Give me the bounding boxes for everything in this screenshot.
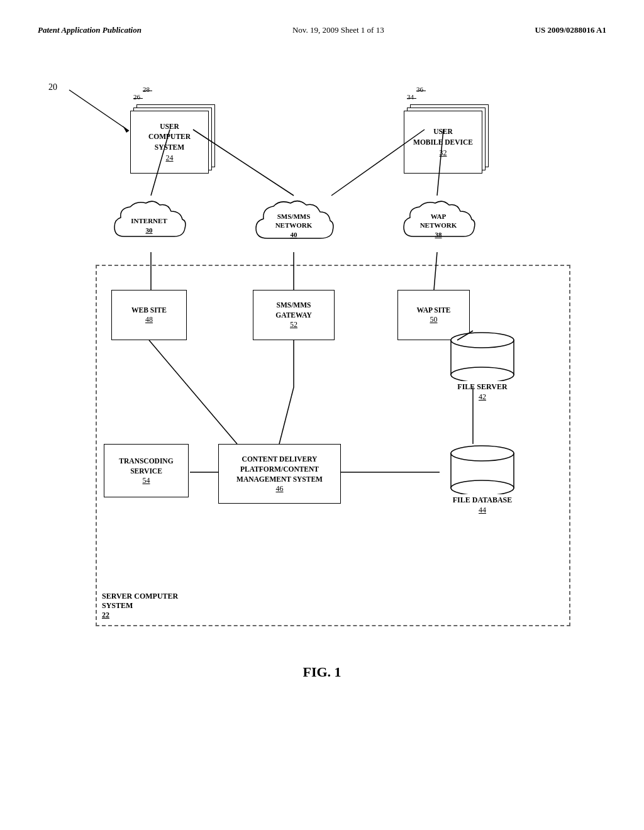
label-28: 28 <box>143 86 150 93</box>
web-site-label: WEB SITE <box>131 305 167 315</box>
web-site-box: WEB SITE 48 <box>111 290 187 340</box>
transcoding-service-box: TRANSCODINGSERVICE 54 <box>104 444 189 497</box>
sms-mms-gateway-box: SMS/MMSGATEWAY 52 <box>253 290 335 340</box>
header: Patent Application Publication Nov. 19, … <box>38 25 606 35</box>
svg-point-3 <box>451 333 514 348</box>
sms-mms-network-cloud: SMS/MMSNETWORK40 <box>250 196 338 252</box>
svg-point-6 <box>451 446 514 461</box>
content-delivery-box: CONTENT DELIVERYPLATFORM/CONTENTMANAGEME… <box>218 444 341 504</box>
header-left: Patent Application Publication <box>38 25 142 35</box>
fig-caption: FIG. 1 <box>38 664 606 680</box>
transcoding-service-label: TRANSCODINGSERVICE <box>119 456 173 476</box>
svg-point-7 <box>451 480 514 494</box>
wap-network-label: WAPNETWORK38 <box>420 212 457 239</box>
diagram-area: 20 USERCOMPUTER SYSTEM 24 26 28 <box>48 54 596 651</box>
user-mobile-num: 32 <box>440 148 447 158</box>
arrow-20-svg <box>60 87 135 137</box>
label-34: 34 <box>407 93 414 101</box>
file-server-label: FILE SERVER42 <box>438 382 526 402</box>
user-computer-num: 24 <box>166 153 174 163</box>
file-database-label: FILE DATABASE44 <box>438 495 526 515</box>
sms-mms-gateway-num: 52 <box>290 320 297 330</box>
svg-point-4 <box>451 367 514 381</box>
user-mobile-label: USERMOBILE DEVICE <box>413 126 473 147</box>
internet-label: INTERNET30 <box>131 216 167 235</box>
header-right: US 2009/0288016 A1 <box>535 25 606 35</box>
label-20: 20 <box>48 82 57 92</box>
user-computer-system-box: USERCOMPUTER SYSTEM 24 <box>130 111 209 174</box>
user-mobile-box: USERMOBILE DEVICE 32 <box>404 111 482 174</box>
web-site-num: 48 <box>145 315 153 325</box>
svg-marker-1 <box>123 126 129 133</box>
header-center: Nov. 19, 2009 Sheet 1 of 13 <box>292 25 384 35</box>
page: Patent Application Publication Nov. 19, … <box>0 0 644 830</box>
sms-mms-network-label: SMS/MMSNETWORK40 <box>275 212 313 239</box>
svg-line-0 <box>69 90 129 131</box>
content-delivery-num: 46 <box>276 484 284 494</box>
user-computer-label: USERCOMPUTER SYSTEM <box>134 121 205 152</box>
wap-site-num: 50 <box>430 315 438 325</box>
file-database-cylinder: FILE DATABASE44 <box>438 444 526 515</box>
content-delivery-label: CONTENT DELIVERYPLATFORM/CONTENTMANAGEME… <box>236 454 323 484</box>
label-36: 36 <box>416 86 423 93</box>
transcoding-service-num: 54 <box>143 476 150 486</box>
file-server-cylinder: FILE SERVER42 <box>438 331 526 402</box>
user-mobile-device-stack: USERMOBILE DEVICE 32 34 36 <box>404 104 486 170</box>
wap-network-cloud: WAPNETWORK38 <box>397 196 479 252</box>
sms-mms-gateway-label: SMS/MMSGATEWAY <box>275 300 312 320</box>
internet-cloud: INTERNET30 <box>108 196 190 252</box>
server-computer-system-label: SERVER COMPUTERSYSTEM22 <box>102 592 178 620</box>
label-26: 26 <box>133 93 140 101</box>
user-computer-system-stack: USERCOMPUTER SYSTEM 24 26 28 <box>130 104 212 170</box>
wap-site-label: WAP SITE <box>416 305 450 315</box>
